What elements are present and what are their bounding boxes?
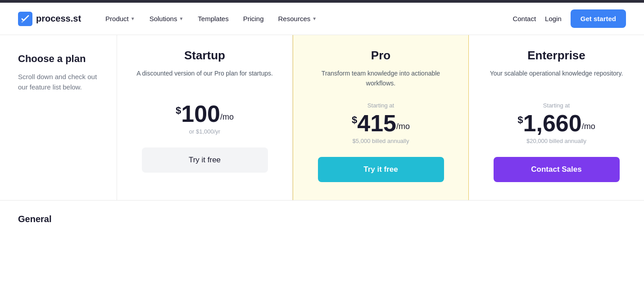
nav-login-link[interactable]: Login [545,15,562,22]
enterprise-price-per: /mo [582,122,595,131]
pro-try-free-button[interactable]: Try it free [318,157,444,182]
nav-item-templates[interactable]: Templates [191,11,235,26]
navbar: process.st Product ▼ Solutions ▼ Templat… [0,3,644,35]
nav-item-resources[interactable]: Resources ▼ [272,11,323,26]
pro-plan-column: Pro Transform team knowledge into action… [293,35,469,200]
enterprise-price-row: $ 1,660 /mo [517,112,595,135]
enterprise-price-amount: 1,660 [523,112,582,135]
get-started-button[interactable]: Get started [571,9,626,28]
startup-price-per: /mo [220,112,234,122]
startup-try-free-button[interactable]: Try it free [142,147,268,173]
enterprise-plan-column: Enterprise Your scalable operational kno… [469,35,644,200]
logo[interactable]: process.st [18,12,81,26]
startup-price-billing: or $1,000/yr [189,128,220,135]
chevron-down-icon: ▼ [179,16,183,21]
pricing-wrapper: Choose a plan Scroll down and check out … [0,35,644,200]
nav-item-solutions[interactable]: Solutions ▼ [143,11,190,26]
startup-plan-name: Startup [184,49,225,62]
nav-contact-link[interactable]: Contact [512,15,536,22]
pro-price-row: $ 415 /mo [352,112,410,135]
logo-icon [18,12,32,26]
enterprise-starting-at: Starting at [543,102,570,109]
nav-item-pricing[interactable]: Pricing [237,11,270,26]
nav-item-product[interactable]: Product ▼ [99,11,141,26]
nav-links: Product ▼ Solutions ▼ Templates Pricing … [99,11,512,26]
choose-plan-column: Choose a plan Scroll down and check out … [0,35,117,200]
enterprise-plan-name: Enterprise [527,49,585,62]
chevron-down-icon: ▼ [131,16,135,21]
pro-starting-at: Starting at [367,102,394,109]
enterprise-plan-desc: Your scalable operational knowledge repo… [490,69,623,91]
startup-price-amount: 100 [181,102,220,125]
startup-price-row: $ 100 /mo [176,102,234,125]
nav-right: Contact Login Get started [512,9,626,28]
logo-text: process.st [36,13,81,24]
pro-plan-name: Pro [371,49,390,62]
choose-plan-title: Choose a plan [18,53,103,65]
pro-price-per: /mo [396,122,410,131]
enterprise-price-dollar: $ [517,114,523,126]
pro-price-dollar: $ [352,114,357,126]
general-section: General [0,200,644,229]
enterprise-price-billing: $20,000 billed annually [526,138,586,144]
pro-plan-desc: Transform team knowledge into actionable… [307,69,455,91]
startup-price-dollar: $ [176,105,181,116]
enterprise-contact-sales-button[interactable]: Contact Sales [494,157,620,182]
choose-plan-subtitle: Scroll down and check out our feature li… [18,72,103,92]
chevron-down-icon: ▼ [312,16,317,21]
pro-price-amount: 415 [357,112,396,135]
pro-price-billing: $5,000 billed annually [353,138,409,144]
general-section-title: General [18,214,626,224]
startup-plan-desc: A discounted version of our Pro plan for… [136,69,273,91]
startup-plan-column: Startup A discounted version of our Pro … [117,35,293,200]
